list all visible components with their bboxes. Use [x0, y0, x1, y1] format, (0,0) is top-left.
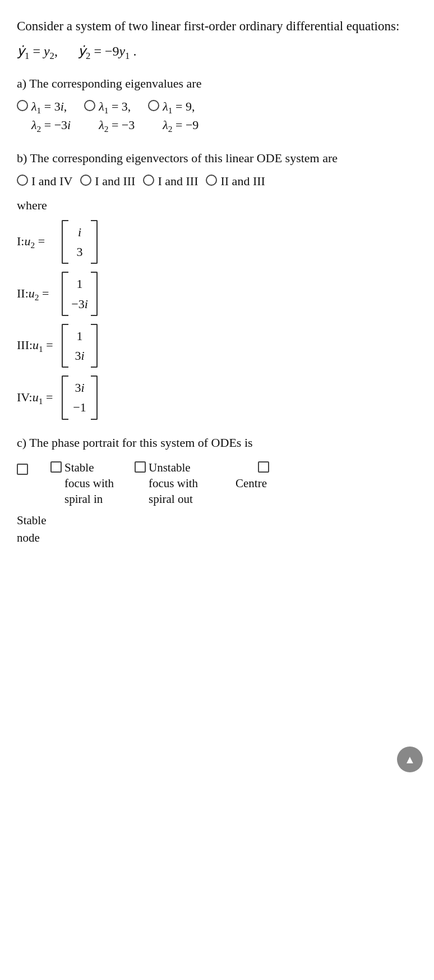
vector-I: I:u2 = i 3	[17, 220, 417, 264]
vector-IV-top: 3i	[70, 378, 90, 397]
phase-option-4-wrap[interactable]: Centre	[236, 460, 292, 491]
phase-option-1-text: Stablenode	[17, 512, 50, 547]
scroll-up-button[interactable]: ▲	[397, 747, 423, 772]
radio-b1[interactable]	[17, 175, 28, 186]
part-a-option-1-text: λ1 = 3i, λ2 = −3i	[31, 98, 71, 135]
part-a-option-2[interactable]: λ1 = 3, λ2 = −3	[84, 98, 135, 135]
intro-text: Consider a system of two linear first-or…	[17, 17, 417, 35]
part-b-option-4[interactable]: II and III	[206, 173, 265, 190]
phase-option-4-text: Centre	[236, 475, 267, 491]
radio-a2[interactable]	[84, 100, 95, 111]
vector-II-bottom: −3i	[70, 294, 90, 314]
radio-b3[interactable]	[143, 175, 154, 186]
where-label: where	[17, 196, 417, 214]
checkbox-c2[interactable]	[50, 461, 62, 473]
system-equations: ẏ1 = y2, ẏ2 = −9y1 .	[17, 41, 417, 63]
part-b-option-3[interactable]: I and III	[143, 173, 198, 190]
part-b-option-1[interactable]: I and IV	[17, 173, 72, 190]
eq1: ẏ1 = y2, ẏ2 = −9y1 .	[17, 41, 137, 63]
radio-a3[interactable]	[148, 100, 159, 111]
vector-IV-matrix: 3i −1	[62, 375, 98, 419]
vector-III-matrix: 1 3i	[62, 324, 98, 368]
phase-option-3-text: Unstablefocus withspiral out	[149, 460, 198, 507]
part-b-label: b) The corresponding eigenvectors of thi…	[17, 149, 417, 167]
vector-II-top: 1	[70, 274, 90, 294]
vector-I-bottom: 3	[70, 242, 90, 262]
part-c-section: c) The phase portrait for this system of…	[17, 433, 417, 547]
part-a-option-1[interactable]: λ1 = 3i, λ2 = −3i	[17, 98, 71, 135]
part-b-option-2[interactable]: I and III	[80, 173, 135, 190]
eigenvectors: I:u2 = i 3 II:u2 = 1 −3i III:u1 = 1 3i I…	[17, 220, 417, 420]
vector-I-label: I:u2 =	[17, 232, 62, 252]
part-a-option-3-text: λ1 = 9, λ2 = −9	[163, 98, 198, 135]
phase-option-2-wrap[interactable]: Stablefocus withspiral in	[50, 460, 135, 507]
radio-a1[interactable]	[17, 100, 28, 111]
part-a-options: λ1 = 3i, λ2 = −3i λ1 = 3, λ2 = −3 λ1 = 9…	[17, 98, 417, 135]
vector-II-label: II:u2 =	[17, 284, 62, 304]
phase-option-2-text: Stablefocus withspiral in	[64, 460, 114, 507]
intro-section: Consider a system of two linear first-or…	[17, 17, 417, 35]
part-a-section: a) The corresponding eigenvalues are λ1 …	[17, 74, 417, 135]
phase-option-3-wrap[interactable]: Unstablefocus withspiral out	[135, 460, 236, 507]
part-b-options: I and IV I and III I and III II and III	[17, 173, 417, 190]
vector-IV-bottom: −1	[70, 397, 90, 417]
part-b-section: b) The corresponding eigenvectors of thi…	[17, 149, 417, 419]
part-a-option-3[interactable]: λ1 = 9, λ2 = −9	[148, 98, 198, 135]
part-b-option-3-text: I and III	[158, 173, 198, 190]
radio-b4[interactable]	[206, 175, 217, 186]
vector-IV-label: IV:u1 =	[17, 388, 62, 408]
vector-III-label: III:u1 =	[17, 336, 62, 356]
vector-II-matrix: 1 −3i	[62, 272, 98, 315]
radio-b2[interactable]	[80, 175, 91, 186]
vector-III: III:u1 = 1 3i	[17, 324, 417, 368]
vector-III-bottom: 3i	[70, 346, 90, 365]
vector-II: II:u2 = 1 −3i	[17, 272, 417, 315]
part-a-option-2-text: λ1 = 3, λ2 = −3	[99, 98, 135, 135]
phase-options-grid: Stablefocus withspiral in Unstablefocus …	[17, 460, 417, 547]
checkbox-c4[interactable]	[258, 461, 269, 473]
vector-III-top: 1	[70, 326, 90, 346]
phase-option-1-checkbox-wrap[interactable]	[17, 460, 50, 475]
vector-I-matrix: i 3	[62, 220, 98, 264]
vector-IV: IV:u1 = 3i −1	[17, 375, 417, 419]
part-b-option-2-text: I and III	[95, 173, 135, 190]
part-c-label: c) The phase portrait for this system of…	[17, 433, 417, 452]
vector-I-top: i	[70, 222, 90, 242]
checkbox-c1[interactable]	[17, 464, 28, 475]
checkbox-c3[interactable]	[135, 461, 146, 473]
part-a-label: a) The corresponding eigenvalues are	[17, 74, 417, 93]
part-b-option-4-text: II and III	[220, 173, 265, 190]
part-b-option-1-text: I and IV	[31, 173, 72, 190]
